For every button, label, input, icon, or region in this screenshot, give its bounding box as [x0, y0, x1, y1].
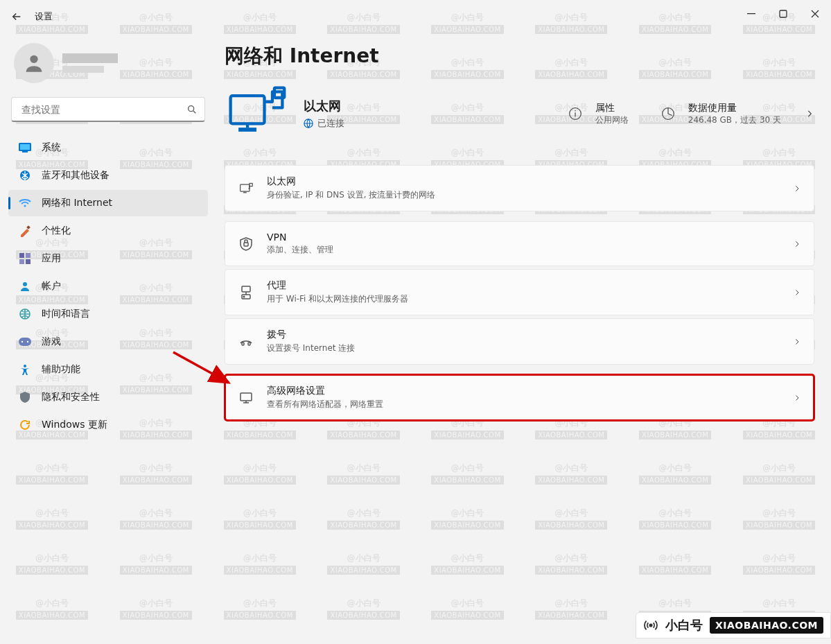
user-email-redacted	[62, 66, 104, 73]
personalize-icon	[18, 224, 32, 238]
apps-icon	[18, 252, 32, 266]
sidebar-item-personalize[interactable]: 个性化	[8, 218, 208, 244]
person-icon	[22, 51, 46, 75]
settings-row-ethernet[interactable]: 以太网 身份验证, IP 和 DNS 设置, 按流量计费的网络	[225, 165, 814, 211]
search-input[interactable]	[20, 103, 181, 116]
page-title: 网络和 Internet	[225, 43, 814, 69]
sidebar-item-accessibility[interactable]: 辅助功能	[8, 356, 208, 383]
settings-row-dialup[interactable]: 拨号 设置拨号 Internet 连接	[225, 318, 814, 365]
vpn-icon	[238, 237, 254, 251]
usage-subtitle: 246.48 GB，过去 30 天	[688, 114, 781, 126]
gaming-icon	[18, 335, 32, 349]
settings-card-list: 以太网 身份验证, IP 和 DNS 设置, 按流量计费的网络 VPN	[225, 165, 814, 421]
network-name: 以太网	[304, 98, 544, 114]
svg-rect-12	[19, 259, 24, 264]
settings-row-proxy[interactable]: 代理 用于 Wi-Fi 和以太网连接的代理服务器	[225, 269, 814, 315]
ethernet-icon	[238, 182, 254, 195]
network-status-row: 以太网 已连接 属性 公用网络	[225, 82, 814, 146]
search-box[interactable]	[11, 97, 205, 122]
chevron-right-icon	[793, 338, 801, 346]
sidebar-item-label: Windows 更新	[42, 419, 107, 431]
sidebar-item-system[interactable]: 系统	[8, 134, 208, 161]
sidebar-item-label: 网络和 Internet	[42, 197, 112, 209]
globe-icon	[304, 119, 313, 128]
search-icon	[186, 104, 198, 115]
row-subtitle: 设置拨号 Internet 连接	[267, 342, 780, 354]
content-area: 网络和 Internet 以太网 已连接	[225, 33, 814, 644]
svg-rect-34	[242, 286, 250, 292]
network-properties-button[interactable]: 属性 公用网络	[559, 98, 637, 130]
svg-rect-9	[26, 225, 30, 229]
row-title: 代理	[267, 279, 780, 292]
svg-rect-40	[240, 393, 252, 401]
sidebar-item-privacy[interactable]: 隐私和安全性	[8, 384, 208, 410]
window-maximize-button[interactable]	[767, 3, 799, 25]
sidebar-item-update[interactable]: Windows 更新	[8, 412, 208, 438]
sidebar-item-label: 蓝牙和其他设备	[42, 169, 110, 182]
wifi-icon	[18, 196, 32, 210]
window-title: 设置	[35, 10, 53, 23]
accessibility-icon	[18, 363, 32, 376]
props-subtitle: 公用网络	[595, 114, 629, 126]
maximize-icon	[779, 10, 787, 18]
svg-point-3	[189, 105, 194, 111]
svg-point-17	[21, 341, 23, 342]
svg-rect-11	[26, 253, 30, 258]
window-close-button[interactable]	[799, 3, 831, 25]
svg-point-37	[243, 296, 245, 297]
svg-rect-10	[19, 253, 24, 258]
svg-point-45	[649, 624, 651, 626]
update-icon	[18, 418, 32, 432]
window-minimize-button[interactable]	[735, 3, 767, 25]
minimize-icon	[747, 10, 755, 18]
chevron-right-icon	[793, 394, 801, 402]
sidebar-item-bluetooth[interactable]: 蓝牙和其他设备	[8, 162, 208, 189]
data-usage-button[interactable]: 数据使用量 246.48 GB，过去 30 天	[652, 98, 789, 130]
svg-rect-29	[240, 184, 250, 191]
row-subtitle: 身份验证, IP 和 DNS 设置, 按流量计费的网络	[267, 189, 780, 201]
svg-rect-32	[250, 183, 252, 186]
sidebar-nav: 系统 蓝牙和其他设备 网络和 Internet 个性化	[6, 134, 211, 438]
settings-row-vpn[interactable]: VPN 添加、连接、管理	[225, 221, 814, 266]
row-subtitle: 添加、连接、管理	[267, 244, 780, 256]
back-button[interactable]	[3, 3, 30, 31]
sidebar-item-label: 系统	[42, 141, 61, 154]
sidebar-item-label: 应用	[42, 252, 61, 265]
sidebar-item-gaming[interactable]: 游戏	[8, 329, 208, 355]
arrow-left-icon	[10, 10, 23, 23]
status-chevron[interactable]	[805, 109, 814, 119]
sidebar-item-time-lang[interactable]: 时间和语言	[8, 301, 208, 327]
brand-name: 小白号	[665, 617, 703, 634]
close-icon	[811, 10, 819, 18]
sidebar-item-label: 辅助功能	[42, 363, 80, 376]
ethernet-hero-icon	[225, 82, 288, 146]
settings-row-advanced[interactable]: 高级网络设置 查看所有网络适配器，网络重置	[225, 374, 814, 421]
svg-rect-0	[747, 13, 755, 14]
svg-rect-21	[238, 128, 256, 132]
svg-rect-1	[780, 10, 787, 17]
sidebar-item-network[interactable]: 网络和 Internet	[8, 190, 208, 216]
row-subtitle: 用于 Wi-Fi 和以太网连接的代理服务器	[267, 293, 780, 305]
user-name-redacted	[62, 53, 118, 63]
user-header[interactable]	[6, 33, 211, 97]
sidebar-item-label: 游戏	[42, 336, 61, 348]
sidebar-item-accounts[interactable]: 帐户	[8, 273, 208, 299]
broadcast-icon	[643, 618, 658, 633]
system-icon	[18, 141, 32, 155]
time-lang-icon	[18, 307, 32, 321]
brand-badge: 小白号 XIAOBAIHAO.COM	[636, 612, 831, 638]
svg-rect-20	[231, 96, 265, 123]
avatar	[14, 43, 54, 83]
bluetooth-icon	[18, 168, 32, 182]
usage-title: 数据使用量	[688, 102, 781, 114]
user-name-region	[62, 53, 118, 73]
sidebar-item-apps[interactable]: 应用	[8, 245, 208, 272]
svg-rect-39	[248, 342, 250, 345]
svg-rect-33	[244, 243, 248, 246]
sidebar-item-label: 时间和语言	[42, 308, 90, 320]
svg-rect-5	[20, 144, 30, 150]
sidebar: 系统 蓝牙和其他设备 网络和 Internet 个性化	[6, 33, 211, 644]
row-title: 拨号	[267, 329, 780, 341]
sidebar-item-label: 帐户	[42, 280, 61, 293]
props-title: 属性	[595, 102, 629, 114]
